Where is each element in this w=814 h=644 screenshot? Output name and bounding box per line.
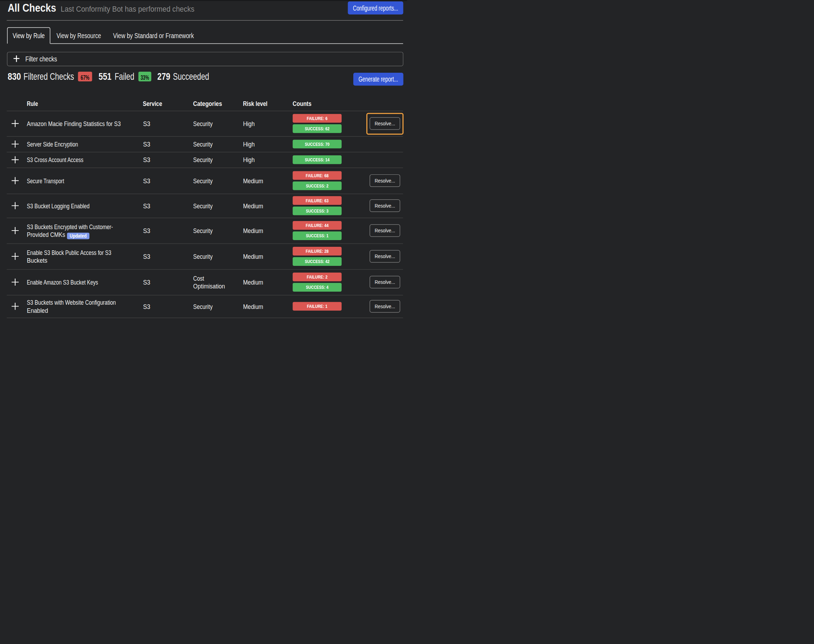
svg-text:Succeeded: Succeeded <box>173 71 209 82</box>
svg-text:S3: S3 <box>143 202 150 210</box>
svg-text:S3 Buckets with Website Config: S3 Buckets with Website Configuration <box>27 299 116 306</box>
svg-text:Categories: Categories <box>193 100 222 107</box>
svg-text:Buckets: Buckets <box>27 257 48 264</box>
svg-text:Updated: Updated <box>70 233 86 239</box>
svg-text:Counts: Counts <box>293 100 311 107</box>
svg-text:FAILURE: 28: FAILURE: 28 <box>306 248 329 254</box>
svg-text:Medium: Medium <box>243 177 263 185</box>
svg-text:High: High <box>243 120 255 127</box>
svg-text:Filter checks: Filter checks <box>25 55 57 63</box>
svg-text:S3 Bucket Logging Enabled: S3 Bucket Logging Enabled <box>27 202 90 210</box>
svg-text:Security: Security <box>193 253 213 260</box>
svg-text:View by Standard or Framework: View by Standard or Framework <box>113 32 194 40</box>
svg-text:Generate report...: Generate report... <box>359 75 398 83</box>
svg-text:Enabled: Enabled <box>27 307 48 314</box>
svg-text:Resolve...: Resolve... <box>375 203 395 209</box>
svg-text:FAILURE: 1: FAILURE: 1 <box>307 304 327 309</box>
svg-text:Medium: Medium <box>243 279 263 286</box>
svg-text:FAILURE: 44: FAILURE: 44 <box>306 223 329 228</box>
svg-text:S3: S3 <box>143 156 150 164</box>
svg-text:33%: 33% <box>141 74 149 81</box>
svg-text:Enable S3 Block Public Access: Enable S3 Block Public Access for S3 <box>27 249 111 256</box>
svg-text:Resolve...: Resolve... <box>375 228 395 233</box>
svg-text:Security: Security <box>193 141 213 148</box>
svg-text:SUCCESS: 1: SUCCESS: 1 <box>306 233 329 238</box>
svg-text:S3: S3 <box>143 279 150 286</box>
svg-text:SUCCESS: 4: SUCCESS: 4 <box>306 285 329 290</box>
svg-text:Security: Security <box>193 120 213 127</box>
svg-text:S3: S3 <box>143 177 150 185</box>
svg-text:Risk level: Risk level <box>243 100 267 107</box>
svg-text:279: 279 <box>157 71 170 82</box>
svg-text:SUCCESS: 62: SUCCESS: 62 <box>305 126 330 131</box>
svg-text:Last Conformity Bot has perfor: Last Conformity Bot has performed checks <box>61 5 194 14</box>
svg-text:S3 Cross Account Access: S3 Cross Account Access <box>27 156 83 164</box>
svg-text:FAILURE: 2: FAILURE: 2 <box>307 274 327 280</box>
svg-text:Failed: Failed <box>114 71 134 82</box>
svg-text:Resolve...: Resolve... <box>375 253 395 259</box>
svg-text:Medium: Medium <box>243 303 263 310</box>
svg-text:Security: Security <box>193 177 213 185</box>
svg-text:Resolve...: Resolve... <box>375 121 395 126</box>
svg-text:SUCCESS: 2: SUCCESS: 2 <box>306 183 329 189</box>
svg-text:FAILURE: 6: FAILURE: 6 <box>307 116 327 121</box>
svg-text:Security: Security <box>193 202 213 210</box>
svg-text:Amazon Macie Finding Statistic: Amazon Macie Finding Statistics for S3 <box>27 120 121 127</box>
svg-text:Medium: Medium <box>243 202 263 210</box>
svg-text:830: 830 <box>8 71 21 82</box>
svg-text:Medium: Medium <box>243 227 263 235</box>
svg-text:S3: S3 <box>143 141 150 148</box>
svg-text:Security: Security <box>193 156 213 164</box>
svg-text:Service: Service <box>143 100 162 107</box>
svg-text:High: High <box>243 156 255 164</box>
svg-text:SUCCESS: 3: SUCCESS: 3 <box>306 208 329 214</box>
svg-text:Enable Amazon S3 Bucket Keys: Enable Amazon S3 Bucket Keys <box>27 279 98 286</box>
svg-text:Resolve...: Resolve... <box>375 304 395 309</box>
svg-text:SUCCESS: 70: SUCCESS: 70 <box>305 141 330 147</box>
svg-text:Configured reports...: Configured reports... <box>353 4 398 12</box>
svg-text:High: High <box>243 141 255 148</box>
svg-text:Resolve...: Resolve... <box>375 178 395 184</box>
svg-text:View by Resource: View by Resource <box>57 32 101 40</box>
svg-text:551: 551 <box>98 71 112 82</box>
svg-text:Optimisation: Optimisation <box>193 282 225 290</box>
svg-text:S3: S3 <box>143 303 150 310</box>
svg-text:FAILURE: 63: FAILURE: 63 <box>306 198 329 203</box>
svg-text:S3 Buckets Encrypted with Cust: S3 Buckets Encrypted with Customer- <box>27 223 113 230</box>
svg-text:S3: S3 <box>143 120 150 127</box>
svg-text:S3: S3 <box>143 227 150 235</box>
svg-text:Provided CMKs: Provided CMKs <box>27 231 65 238</box>
svg-text:Secure Transport: Secure Transport <box>27 177 64 185</box>
svg-text:Resolve...: Resolve... <box>375 279 395 285</box>
svg-text:Rule: Rule <box>27 100 38 107</box>
svg-text:Server Side Encryption: Server Side Encryption <box>27 141 78 148</box>
svg-text:SUCCESS: 42: SUCCESS: 42 <box>305 259 330 264</box>
svg-text:All Checks: All Checks <box>8 2 56 14</box>
svg-text:67%: 67% <box>81 74 89 81</box>
svg-text:Filtered Checks: Filtered Checks <box>24 71 74 82</box>
svg-text:View by Rule: View by Rule <box>13 32 45 40</box>
svg-text:FAILURE: 68: FAILURE: 68 <box>306 173 329 178</box>
svg-text:Cost: Cost <box>193 275 204 282</box>
svg-text:Security: Security <box>193 303 213 310</box>
svg-text:Medium: Medium <box>243 253 263 260</box>
svg-text:S3: S3 <box>143 253 150 260</box>
svg-text:Security: Security <box>193 227 213 235</box>
svg-text:SUCCESS: 14: SUCCESS: 14 <box>305 157 330 163</box>
